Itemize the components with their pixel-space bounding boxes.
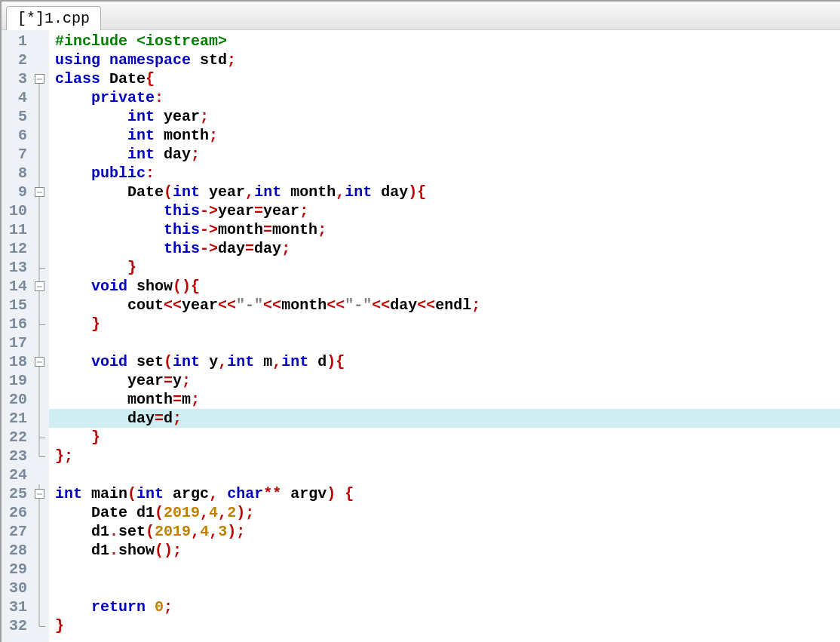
code-line[interactable]: using namespace std;	[55, 51, 840, 69]
code-token	[82, 485, 91, 502]
code-token: =	[245, 240, 254, 257]
fold-row[interactable]	[29, 579, 49, 597]
code-token: =	[173, 391, 182, 408]
fold-row[interactable]	[29, 428, 49, 447]
code-line[interactable]: d1.set(2019,4,3);	[55, 522, 840, 541]
code-line[interactable]: }	[55, 428, 840, 447]
code-token	[200, 183, 209, 201]
code-line[interactable]	[55, 465, 840, 484]
fold-column[interactable]	[29, 30, 49, 642]
fold-row[interactable]	[29, 88, 49, 107]
code-line[interactable]: void show(){	[55, 277, 840, 296]
code-line[interactable]: day=d;	[49, 409, 840, 428]
line-number: 6	[9, 126, 27, 145]
code-line[interactable]: cout<<year<<"-"<<month<<"-"<<day<<endl;	[55, 296, 840, 315]
fold-row[interactable]	[29, 107, 49, 126]
fold-row[interactable]	[29, 465, 49, 484]
code-token: ;	[471, 296, 480, 314]
code-line[interactable]: private:	[55, 88, 840, 107]
fold-row[interactable]	[29, 315, 49, 333]
fold-row[interactable]	[29, 560, 49, 579]
fold-row[interactable]	[29, 183, 49, 201]
fold-row[interactable]	[29, 239, 49, 258]
line-number: 29	[9, 560, 27, 579]
fold-row[interactable]	[29, 164, 49, 183]
fold-toggle-icon[interactable]	[35, 281, 44, 291]
code-token: ;	[173, 410, 182, 427]
fold-row[interactable]	[29, 597, 49, 616]
code-line[interactable]: this->month=month;	[55, 220, 840, 239]
code-line[interactable]: int month;	[55, 126, 840, 145]
fold-row[interactable]	[29, 447, 49, 465]
code-token	[55, 410, 127, 427]
fold-toggle-icon[interactable]	[35, 357, 44, 367]
code-token: month	[127, 391, 173, 408]
file-tab[interactable]: [*]1.cpp	[6, 6, 101, 30]
code-token: (){	[173, 278, 200, 295]
code-line[interactable]: public:	[55, 164, 840, 183]
code-token: ,	[209, 485, 218, 502]
code-token: ,	[336, 183, 345, 201]
code-token: void	[91, 278, 127, 295]
code-line[interactable]: return 0;	[55, 597, 840, 616]
fold-row[interactable]	[29, 333, 49, 352]
code-token: int	[127, 146, 155, 163]
fold-row[interactable]	[29, 220, 49, 239]
code-line[interactable]	[55, 333, 840, 352]
code-token: ->	[200, 202, 218, 220]
code-token: ;	[182, 372, 191, 389]
code-token: =	[254, 202, 263, 220]
code-line[interactable]: int day;	[55, 145, 840, 164]
code-token: class	[55, 70, 100, 88]
fold-row[interactable]	[29, 522, 49, 541]
code-line[interactable]: Date(int year,int month,int day){	[55, 183, 840, 201]
code-line[interactable]	[55, 579, 840, 597]
code-line[interactable]: class Date{	[55, 69, 840, 88]
code-token: "-"	[236, 296, 263, 314]
code-line[interactable]: year=y;	[55, 371, 840, 390]
code-token: argc	[173, 485, 209, 502]
code-token	[55, 146, 127, 163]
fold-row[interactable]	[29, 616, 49, 635]
fold-row[interactable]	[29, 371, 49, 390]
fold-row[interactable]	[29, 296, 49, 315]
fold-row[interactable]	[29, 126, 49, 145]
code-line[interactable]: };	[55, 447, 840, 465]
fold-toggle-icon[interactable]	[35, 489, 44, 499]
fold-toggle-icon[interactable]	[35, 74, 44, 84]
fold-row[interactable]	[29, 277, 49, 296]
code-editor[interactable]: 1234567891011121314151617181920212223242…	[2, 30, 840, 642]
fold-row[interactable]	[29, 409, 49, 428]
code-line[interactable]: int year;	[55, 107, 840, 126]
code-line[interactable]: this->day=day;	[55, 239, 840, 258]
code-line[interactable]	[55, 560, 840, 579]
fold-row[interactable]	[29, 352, 49, 371]
fold-row[interactable]	[29, 541, 49, 560]
fold-row[interactable]	[29, 145, 49, 164]
fold-row[interactable]	[29, 51, 49, 69]
code-line[interactable]: }	[55, 315, 840, 333]
fold-row[interactable]	[29, 484, 49, 503]
gutter: 1234567891011121314151617181920212223242…	[2, 30, 49, 642]
code-line[interactable]: int main(int argc, char** argv) {	[55, 484, 840, 503]
fold-row[interactable]	[29, 32, 49, 51]
code-token: =	[155, 410, 164, 427]
code-token: <<	[263, 296, 281, 314]
code-line[interactable]: void set(int y,int m,int d){	[55, 352, 840, 371]
fold-row[interactable]	[29, 201, 49, 220]
code-token: ;	[164, 598, 173, 616]
code-line[interactable]: }	[55, 258, 840, 277]
code-area[interactable]: #include <iostream>using namespace std;c…	[49, 30, 840, 642]
fold-row[interactable]	[29, 390, 49, 409]
fold-toggle-icon[interactable]	[35, 187, 44, 197]
code-line[interactable]: Date d1(2019,4,2);	[55, 503, 840, 522]
code-line[interactable]: month=m;	[55, 390, 840, 409]
fold-row[interactable]	[29, 258, 49, 277]
code-token	[55, 89, 91, 106]
code-line[interactable]: this->year=year;	[55, 201, 840, 220]
code-line[interactable]: d1.show();	[55, 541, 840, 560]
fold-row[interactable]	[29, 503, 49, 522]
fold-row[interactable]	[29, 69, 49, 88]
code-line[interactable]: #include <iostream>	[55, 32, 840, 51]
code-line[interactable]: }	[55, 616, 840, 635]
